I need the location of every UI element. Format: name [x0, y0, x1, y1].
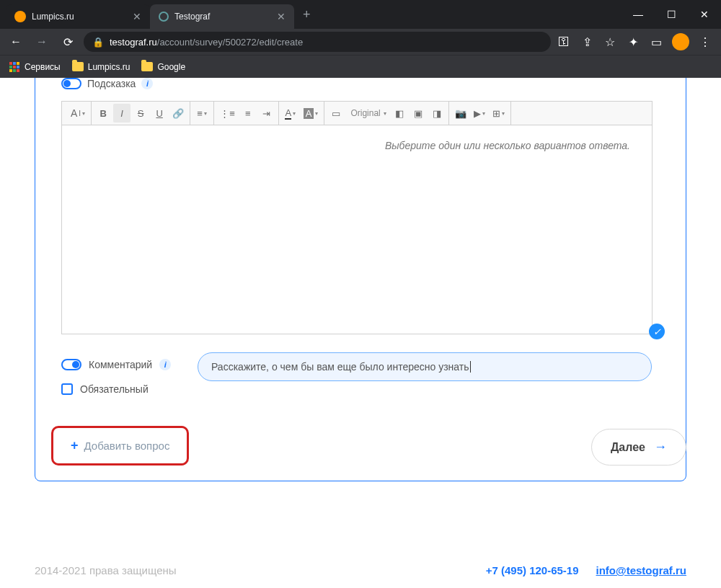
next-button[interactable]: Далее → — [591, 429, 686, 466]
comment-value: Расскажите, о чем бы вам еще было интере… — [211, 361, 469, 373]
font-size-dropdown[interactable]: AI▾ — [68, 104, 88, 122]
toolbar-right: ⚿ ⇪ ☆ ✦ ▭ ⋮ — [557, 33, 715, 50]
bookmark-label: Lumpics.ru — [88, 62, 131, 72]
titlebar: Lumpics.ru ✕ Testograf ✕ + — ☐ ✕ — [0, 0, 721, 29]
tab-close-icon[interactable]: ✕ — [133, 11, 141, 22]
link-button[interactable]: 🔗 — [169, 104, 187, 122]
bg-color-dropdown[interactable]: A▾ — [301, 104, 322, 122]
underline-button[interactable]: U — [151, 104, 168, 122]
bookmark-label: Google — [157, 62, 185, 72]
strikethrough-button[interactable]: S — [132, 104, 149, 122]
media-upload-button[interactable]: 📷 — [452, 104, 469, 122]
align-dropdown[interactable]: ≡▾ — [193, 104, 211, 122]
rich-editor: AI▾ B I S U 🔗 ≡▾ ⋮≡ ≡ ⇥ A▾ A▾ ▭ — [61, 101, 653, 334]
bold-button[interactable]: B — [94, 104, 112, 122]
hint-row: Подсказка i — [61, 78, 153, 89]
numbered-list-button[interactable]: ≡ — [239, 104, 257, 122]
bullet-list-button[interactable]: ⋮≡ — [217, 104, 238, 122]
favicon-circle-icon — [159, 12, 169, 22]
page-footer: 2014-2021 права защищены +7 (495) 120-65… — [35, 564, 686, 576]
text-color-dropdown[interactable]: A▾ — [282, 104, 299, 122]
page-content: Подсказка i AI▾ B I S U 🔗 ≡▾ ⋮≡ ≡ ⇥ — [0, 78, 721, 588]
profile-avatar[interactable] — [672, 33, 689, 50]
minimize-button[interactable]: — — [622, 0, 655, 29]
extensions-icon[interactable]: ✦ — [626, 35, 640, 49]
bookmark-label: Сервисы — [25, 62, 61, 72]
svg-rect-6 — [9, 69, 12, 72]
folder-icon — [72, 62, 84, 71]
browser-chrome: Lumpics.ru ✕ Testograf ✕ + — ☐ ✕ ← → ⟳ 🔒… — [0, 0, 721, 78]
bookmarks-bar: Сервисы Lumpics.ru Google — [0, 55, 721, 78]
reading-list-icon[interactable]: ▭ — [649, 35, 663, 49]
comment-label: Комментарий — [89, 359, 152, 370]
svg-rect-0 — [9, 62, 12, 65]
favicon-orange-icon — [14, 11, 26, 22]
add-question-label: Добавить вопрос — [84, 440, 170, 452]
address-bar: ← → ⟳ 🔒 testograf.ru/account/survey/5002… — [0, 29, 721, 55]
svg-rect-1 — [13, 62, 16, 65]
comment-toggle[interactable] — [61, 359, 81, 370]
text-cursor — [470, 361, 471, 373]
url-field[interactable]: 🔒 testograf.ru/account/survey/500272/edi… — [84, 32, 551, 52]
phone-link[interactable]: +7 (495) 120-65-19 — [486, 564, 579, 576]
indent-button[interactable]: ⇥ — [258, 104, 275, 122]
comment-row: Комментарий i — [61, 359, 171, 370]
svg-rect-3 — [9, 66, 12, 68]
add-question-button[interactable]: + Добавить вопрос — [51, 426, 189, 466]
maximize-button[interactable]: ☐ — [655, 0, 688, 29]
svg-rect-7 — [13, 69, 16, 72]
hint-toggle[interactable] — [61, 78, 81, 89]
url-path: /account/survey/500272/edit/create — [157, 37, 303, 48]
next-label: Далее — [611, 441, 645, 454]
lock-icon: 🔒 — [92, 37, 104, 48]
star-icon[interactable]: ☆ — [603, 35, 617, 49]
editor-textarea[interactable]: Выберите один или несколько вариантов от… — [61, 125, 653, 334]
editor-toolbar: AI▾ B I S U 🔗 ≡▾ ⋮≡ ≡ ⇥ A▾ A▾ ▭ — [61, 101, 653, 125]
menu-icon[interactable]: ⋮ — [698, 35, 712, 49]
svg-rect-5 — [17, 66, 19, 68]
svg-rect-8 — [17, 69, 19, 72]
align-center-button[interactable]: ▣ — [410, 104, 427, 122]
info-icon[interactable]: i — [141, 78, 153, 89]
comment-input[interactable]: Расскажите, о чем бы вам еще было интере… — [198, 352, 652, 381]
apps-grid-icon — [9, 61, 20, 73]
hint-label: Подсказка — [87, 78, 136, 89]
editor-placeholder: Выберите один или несколько вариантов от… — [385, 140, 630, 151]
new-tab-button[interactable]: + — [294, 7, 319, 22]
copyright-text: 2014-2021 права защищены — [35, 564, 177, 576]
align-right-button[interactable]: ◨ — [428, 104, 446, 122]
window-controls: — ☐ ✕ — [622, 0, 721, 29]
video-dropdown[interactable]: ▶▾ — [471, 104, 488, 122]
plus-icon: + — [71, 438, 79, 453]
url-domain: testograf.ru — [110, 37, 157, 48]
tab-close-icon[interactable]: ✕ — [277, 11, 286, 22]
email-link[interactable]: info@testograf.ru — [596, 564, 686, 576]
svg-rect-4 — [13, 66, 16, 68]
check-badge-icon: ✓ — [649, 324, 665, 339]
image-size-dropdown[interactable]: Original▾ — [346, 104, 389, 122]
forward-button[interactable]: → — [32, 32, 52, 52]
tab-title: Lumpics.ru — [32, 12, 74, 22]
align-left-button[interactable]: ◧ — [391, 104, 408, 122]
tab-testograf[interactable]: Testograf ✕ — [150, 4, 294, 29]
key-icon[interactable]: ⚿ — [557, 35, 571, 49]
required-label: Обязательный — [80, 383, 149, 395]
svg-rect-2 — [17, 62, 19, 65]
folder-icon — [141, 62, 153, 71]
tab-title: Testograf — [174, 12, 210, 22]
bookmark-lumpics[interactable]: Lumpics.ru — [72, 62, 131, 72]
bookmark-apps[interactable]: Сервисы — [9, 61, 61, 73]
arrow-right-icon: → — [654, 440, 667, 455]
back-button[interactable]: ← — [6, 32, 26, 52]
tabs-strip: Lumpics.ru ✕ Testograf ✕ + — [0, 0, 622, 29]
bookmark-google[interactable]: Google — [141, 62, 185, 72]
reload-button[interactable]: ⟳ — [58, 32, 78, 52]
tab-lumpics[interactable]: Lumpics.ru ✕ — [6, 4, 150, 29]
italic-button[interactable]: I — [113, 104, 131, 122]
close-button[interactable]: ✕ — [688, 0, 721, 29]
info-icon[interactable]: i — [159, 359, 171, 370]
share-icon[interactable]: ⇪ — [580, 35, 594, 49]
required-checkbox[interactable] — [61, 383, 73, 395]
table-dropdown[interactable]: ⊞▾ — [490, 104, 508, 122]
image-button[interactable]: ▭ — [327, 104, 345, 122]
